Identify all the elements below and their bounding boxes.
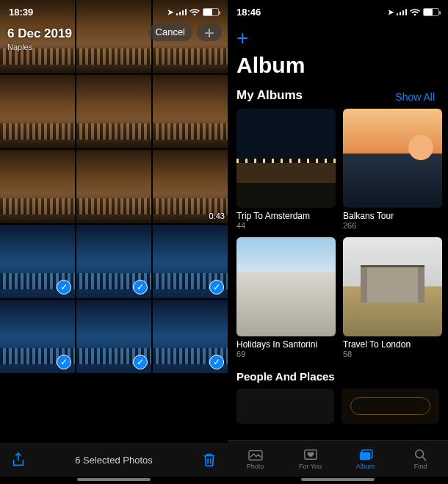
video-thumbnail[interactable]: 0:43 [153,150,228,223]
selected-check-icon: ✓ [133,355,148,369]
places-card[interactable] [342,389,439,424]
album-count: 44 [236,221,336,230]
selected-check-icon: ✓ [209,280,224,295]
album-count: 69 [236,350,336,358]
status-time: 18:46 [236,7,261,18]
battery-icon [423,8,439,16]
status-bar: 18:39 ➤ [0,0,228,24]
albums-grid[interactable]: Trip To Amsterdam 44 Balkans Tour 266 V … [228,103,448,366]
tab-label: For You [299,463,322,470]
photo-thumbnail[interactable]: ✓ [0,225,75,298]
tab-label: Find [414,463,427,470]
tab-albums[interactable]: Album [338,441,393,477]
photo-thumbnail[interactable] [0,150,75,223]
tab-bar: Photo For You Album Find [228,440,448,477]
add-album-button[interactable]: + [236,26,439,50]
share-icon[interactable] [10,452,26,468]
album-count: 58 [343,350,442,358]
photo-thumbnail[interactable]: ✓ [153,300,228,373]
status-right: ➤ [388,8,439,16]
status-bar: 18:46 ➤ [228,0,448,24]
photos-select-screen: 18:39 ➤ 6 Dec 2019 Naples Cancel [0,0,228,484]
section-label: My Albums [236,88,303,103]
location-icon: ➤ [167,8,173,16]
album-count: 266 [343,221,442,230]
album-card[interactable]: Travel To London 58 [343,237,442,358]
photo-thumbnail[interactable] [76,150,151,223]
tab-library[interactable]: Photo [228,441,283,477]
my-albums-section-header: My Albums Show All [236,88,439,103]
wifi-icon [189,8,200,16]
heart-icon [303,448,319,461]
signal-icon [176,8,187,15]
status-time: 18:39 [9,7,33,18]
photo-thumbnail[interactable] [153,75,228,148]
photo-thumbnail[interactable] [76,75,151,148]
show-all-link[interactable]: Show All [395,91,435,103]
selected-check-icon: ✓ [209,355,224,369]
album-thumbnail [236,109,336,208]
photo-thumbnail[interactable]: ✓ [76,300,151,373]
search-icon [413,448,429,461]
svg-point-4 [415,449,423,458]
section-label: People And Places [236,370,439,383]
album-name: Travel To London [343,339,442,350]
selected-check-icon: ✓ [57,355,71,369]
home-indicator[interactable] [77,478,151,481]
home-indicator[interactable] [301,478,375,481]
location-icon: ➤ [388,8,394,16]
trash-icon[interactable] [201,452,217,468]
selected-count-text: 6 Selected Photos [75,455,153,466]
album-thumbnail [343,109,442,208]
photo-thumbnail[interactable]: ✓ [153,225,228,298]
wifi-icon [410,8,420,16]
video-duration: 0:43 [209,212,225,220]
status-right: ➤ [167,8,219,16]
photo-thumbnail[interactable] [0,75,75,148]
selected-check-icon: ✓ [133,280,148,295]
photo-grid[interactable]: 0:43 ✓ ✓ ✓ ✓ ✓ ✓ [0,0,228,440]
albums-icon [358,448,374,461]
tab-search[interactable]: Find [393,441,448,477]
albums-screen: 18:46 ➤ + Album My Albums Show All Trip … [228,0,448,484]
battery-icon [203,8,219,16]
tab-label: Photo [247,463,264,470]
library-icon [248,448,264,461]
photo-thumbnail[interactable]: ✓ [0,300,75,373]
selected-check-icon: ✓ [57,280,71,295]
adjust-icon [204,28,214,38]
tab-label: Album [356,463,375,470]
selection-toolbar: 6 Selected Photos [0,443,228,477]
album-name: Balkans Tour [343,211,442,221]
filter-button[interactable] [197,24,222,41]
album-card[interactable]: Balkans Tour 266 [343,109,442,230]
album-card[interactable]: Trip To Amsterdam 44 [236,109,336,230]
location-subtitle: Naples [7,43,220,51]
signal-icon [397,8,407,15]
people-places-section: People And Places [228,366,448,424]
album-name: Trip To Amsterdam [236,211,336,221]
selection-header: 6 Dec 2019 Naples Cancel [0,22,228,56]
album-name: Holidays In Santorini [236,339,336,350]
album-thumbnail [236,237,336,336]
cancel-button[interactable]: Cancel [148,24,192,41]
photo-thumbnail[interactable]: ✓ [76,225,151,298]
people-card[interactable] [236,389,334,424]
tab-for-you[interactable]: For You [283,441,338,477]
album-thumbnail [343,237,442,336]
page-title: Album [236,53,439,78]
album-card[interactable]: Holidays In Santorini 69 [236,237,336,358]
